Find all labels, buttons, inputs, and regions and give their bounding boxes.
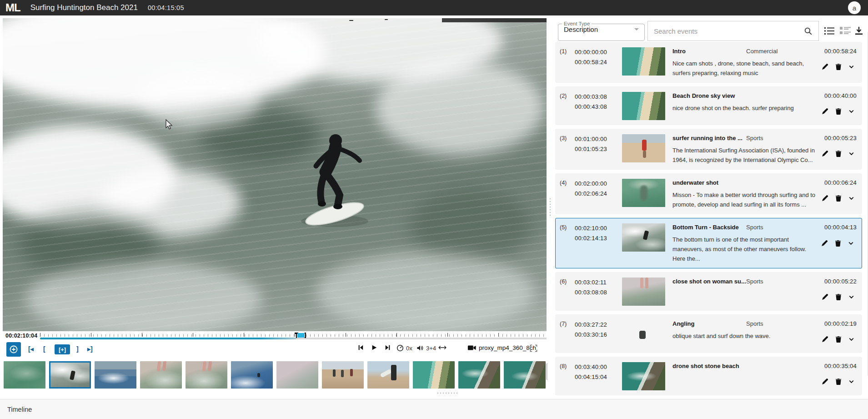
horizontal-resize-handle[interactable] — [437, 392, 459, 394]
event-duration: 00:00:40:00 — [824, 92, 857, 99]
filmstrip-thumb-6[interactable] — [231, 361, 273, 389]
event-row[interactable]: (4) 00:02:00:0000:02:06:24 underwater sh… — [555, 173, 862, 214]
search-input[interactable] — [648, 27, 798, 35]
delete-event-button[interactable] — [835, 150, 842, 157]
event-title: close shot on woman su... — [672, 278, 746, 285]
download-events-button[interactable] — [854, 26, 863, 38]
fullscreen-button[interactable] — [530, 344, 537, 352]
seek-track[interactable] — [40, 332, 547, 341]
filmstrip-thumb-11[interactable] — [458, 361, 500, 389]
expand-event-button[interactable] — [848, 195, 855, 202]
edit-event-button[interactable] — [821, 293, 829, 301]
edit-event-button[interactable] — [821, 63, 829, 71]
event-timecodes[interactable]: 00:02:10:0000:02:14:13 — [575, 223, 622, 263]
event-title: Intro — [672, 48, 746, 55]
panel-splitter[interactable] — [547, 15, 553, 399]
event-thumbnail[interactable] — [622, 362, 665, 390]
filmstrip-thumb-5[interactable] — [186, 361, 227, 389]
filmstrip-thumb-10[interactable] — [413, 361, 455, 389]
event-timecodes[interactable]: 00:03:27:2200:03:30:16 — [575, 319, 622, 348]
event-type-select[interactable]: Event Type Description — [558, 21, 645, 41]
edit-event-button[interactable] — [821, 239, 828, 247]
event-row-selected[interactable]: (5) 00:02:10:0000:02:14:13 Bottom Turn -… — [555, 218, 862, 268]
video-camera-icon — [467, 344, 477, 351]
filmstrip-thumb-1[interactable] — [4, 361, 45, 389]
event-thumbnail[interactable] — [622, 223, 665, 252]
filmstrip-thumb-8[interactable] — [322, 361, 364, 389]
event-timecodes[interactable]: 00:00:00:0000:00:58:24 — [575, 47, 622, 78]
event-thumbnail[interactable] — [622, 134, 665, 162]
timeline-section-header[interactable]: Timeline — [0, 399, 868, 419]
set-out-point-button[interactable]: ] — [76, 345, 79, 353]
filmstrip-thumb-3[interactable] — [95, 361, 136, 389]
list-view-button[interactable] — [824, 26, 835, 38]
expand-event-button[interactable] — [848, 150, 855, 157]
delete-event-button[interactable] — [835, 194, 842, 202]
search-button[interactable] — [798, 21, 818, 40]
play-button[interactable] — [371, 344, 377, 351]
event-thumbnail[interactable] — [622, 320, 665, 348]
speaker-icon — [416, 344, 424, 352]
event-timecodes[interactable]: 00:01:00:0000:01:05:23 — [575, 134, 622, 165]
expand-event-button[interactable] — [848, 108, 855, 115]
expand-event-button[interactable] — [848, 240, 854, 247]
edit-event-button[interactable] — [821, 194, 829, 202]
event-thumbnail[interactable] — [622, 92, 665, 120]
add-event-button[interactable]: [+] — [55, 344, 70, 354]
loop-shuttle-button[interactable] — [438, 344, 447, 351]
goto-in-point-button[interactable]: [◂ — [28, 345, 34, 353]
event-thumbnail[interactable] — [622, 47, 665, 76]
event-description: Misson - To make a better world through … — [672, 190, 818, 209]
event-timecodes[interactable]: 00:02:00:0000:02:06:24 — [575, 178, 622, 209]
filmstrip-thumb-2-selected[interactable] — [49, 361, 91, 389]
event-row[interactable]: (7) 00:03:27:2200:03:30:16 Angling Sport… — [555, 314, 862, 353]
event-row[interactable]: (1) 00:00:00:0000:00:58:24 Intro Commerc… — [555, 42, 862, 83]
edit-event-button[interactable] — [821, 150, 829, 157]
add-marker-button[interactable] — [6, 342, 21, 357]
event-timecodes[interactable]: 00:03:40:0000:04:15:04 — [575, 362, 622, 390]
previous-frame-button[interactable] — [357, 344, 364, 351]
filmstrip-thumb-7[interactable] — [276, 361, 318, 389]
expand-event-button[interactable] — [848, 336, 855, 343]
event-timecodes[interactable]: 00:03:02:1100:03:08:08 — [575, 277, 622, 306]
edit-event-button[interactable] — [821, 107, 829, 115]
video-total-duration: 00:04:15:05 — [148, 4, 184, 11]
audio-channels-control[interactable]: 3+4 — [416, 344, 436, 352]
app-logo[interactable]: ML — [5, 1, 20, 14]
media-source-selector[interactable]: proxy_mp4_360_8ch — [467, 344, 536, 351]
event-description: The International Surfing Association (I… — [672, 146, 818, 165]
video-viewport[interactable] — [3, 18, 547, 331]
delete-event-button[interactable] — [835, 293, 842, 301]
user-avatar[interactable]: a — [848, 1, 861, 14]
event-row[interactable]: (2) 00:00:03:0800:00:43:08 Beach Drone s… — [555, 86, 862, 125]
filmstrip-thumb-4[interactable] — [140, 361, 182, 389]
expand-event-button[interactable] — [848, 293, 855, 300]
list-view-icon — [824, 26, 835, 36]
delete-event-button[interactable] — [835, 63, 842, 71]
event-thumbnail[interactable] — [622, 179, 665, 207]
expand-event-button[interactable] — [848, 378, 855, 385]
delete-event-button[interactable] — [835, 107, 842, 115]
set-in-point-button[interactable]: [ — [43, 345, 45, 353]
avatar-letter: a — [853, 4, 856, 12]
filmstrip-thumb-12[interactable] — [504, 361, 546, 389]
delete-event-button[interactable] — [834, 239, 842, 247]
event-row[interactable]: (8) 00:03:40:0000:04:15:04 drone shot st… — [555, 357, 862, 395]
detailed-view-button[interactable] — [839, 26, 851, 38]
expand-event-button[interactable] — [848, 63, 855, 70]
event-row[interactable]: (6) 00:03:02:1100:03:08:08 close shot on… — [555, 272, 862, 311]
next-frame-button[interactable] — [385, 344, 391, 351]
filmstrip-thumb-9[interactable] — [367, 361, 409, 389]
edit-event-button[interactable] — [821, 378, 829, 385]
delete-event-button[interactable] — [835, 335, 842, 343]
circle-plus-icon — [9, 345, 18, 354]
event-row[interactable]: (3) 00:01:00:0000:01:05:23 surfer runnin… — [555, 129, 862, 170]
delete-event-button[interactable] — [835, 378, 842, 385]
event-timecodes[interactable]: 00:00:03:0800:00:43:08 — [575, 91, 622, 120]
goto-out-point-button[interactable]: ▸] — [87, 345, 93, 353]
event-title: Bottom Turn - Backside — [672, 224, 746, 231]
event-thumbnail[interactable] — [622, 278, 665, 306]
progress-fill — [40, 338, 296, 339]
edit-event-button[interactable] — [821, 335, 829, 343]
playback-speed-control[interactable]: 0x — [396, 344, 412, 352]
